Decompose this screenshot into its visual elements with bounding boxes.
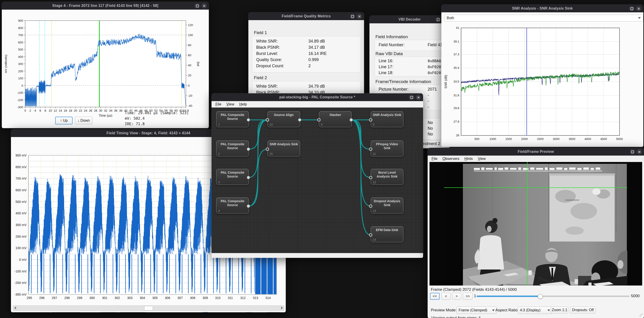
node-dropout-analysis-sink-13[interactable]: Dropout Analysis Sink13 bbox=[371, 197, 404, 213]
dropouts-button[interactable]: Dropouts: Off bbox=[570, 307, 596, 314]
scroll-right-icon[interactable] bbox=[281, 307, 283, 309]
node-editor-menubar: FileViewHelp bbox=[212, 101, 423, 108]
close-icon[interactable] bbox=[357, 14, 362, 19]
scrollbar-handle[interactable] bbox=[144, 306, 153, 311]
window-title: Field/Frame Preview bbox=[518, 150, 554, 154]
snr-chart[interactable]: 5001000150020002500300035004000450050004… bbox=[443, 24, 642, 145]
titlebar-quality[interactable]: Field/Frame Quality Metrics bbox=[248, 12, 364, 20]
preview-mode-combobox[interactable]: Frame (Clamped) bbox=[456, 307, 497, 314]
scroll-left-icon[interactable] bbox=[14, 307, 16, 309]
menu-help[interactable]: Help bbox=[237, 102, 249, 106]
maximize-icon[interactable] bbox=[194, 3, 200, 8]
slider-min-label: 1 bbox=[474, 294, 476, 298]
node-snr-analysis-sink-9[interactable]: SNR Analysis Sink9 bbox=[371, 111, 404, 127]
close-icon[interactable] bbox=[636, 6, 641, 11]
node-graph-canvas[interactable]: PAL Composite Source1PAL Composite Sourc… bbox=[212, 107, 423, 253]
close-icon[interactable] bbox=[202, 3, 207, 8]
svg-text:311: 311 bbox=[228, 296, 233, 300]
svg-text:0: 0 bbox=[24, 109, 26, 112]
status-value-1: No bbox=[428, 120, 433, 125]
menu-hints[interactable]: Hints bbox=[462, 157, 475, 161]
lines-minus-button[interactable]: - bbox=[202, 312, 209, 312]
svg-text:SNR (dB): SNR (dB) bbox=[444, 75, 448, 88]
nav-last-button[interactable]: >> bbox=[463, 293, 472, 300]
line-up-button[interactable]: ↑ Up bbox=[55, 117, 72, 124]
preview-mode-value: Frame (Clamped) bbox=[458, 308, 487, 312]
node-id: 10 bbox=[270, 123, 273, 126]
nav-next-button[interactable]: > bbox=[452, 293, 461, 300]
section-field-1: Field 1 bbox=[254, 30, 267, 35]
video-preview[interactable] bbox=[430, 162, 642, 286]
node-title: Source Align bbox=[268, 113, 300, 117]
menu-observers[interactable]: Observers bbox=[440, 157, 462, 161]
node-efm-data-sink-14[interactable]: EFM Data Sink14 bbox=[371, 226, 404, 242]
svg-text:31.6: 31.6 bbox=[454, 94, 459, 97]
maximize-icon[interactable] bbox=[409, 95, 414, 100]
jump-to-crosshairs-button[interactable]: Jump to Crosshairs bbox=[13, 312, 50, 312]
svg-text:4000: 4000 bbox=[584, 137, 591, 141]
maximize-icon[interactable] bbox=[350, 14, 355, 19]
svg-text:500: 500 bbox=[474, 137, 480, 141]
nav-prev-button[interactable]: < bbox=[442, 293, 450, 300]
node-title: PAL Composite Source bbox=[216, 199, 249, 207]
close-button[interactable]: Close bbox=[266, 312, 281, 312]
line-spinbox[interactable]: 1 bbox=[100, 312, 117, 312]
node-ffmpeg-video-sink-11[interactable]: FFmpeg Video Sink11 bbox=[371, 140, 404, 156]
set-crosshairs-button[interactable]: Set Crosshairs bbox=[51, 312, 81, 312]
svg-text:300 mV: 300 mV bbox=[16, 223, 27, 227]
metric-value: 34.89 dB bbox=[308, 39, 325, 44]
svg-text:3500: 3500 bbox=[569, 137, 575, 141]
maximize-icon[interactable] bbox=[629, 6, 634, 11]
window-frame-preview: Field/Frame Preview FileObserversHintsVi… bbox=[428, 148, 644, 318]
zoom-button[interactable]: Zoom 1:1 bbox=[551, 307, 568, 314]
menu-file[interactable]: File bbox=[213, 102, 224, 106]
video-frame-image bbox=[446, 162, 627, 286]
node-pal-composite-source-4[interactable]: PAL Composite Source4 bbox=[216, 197, 249, 213]
nav-first-button[interactable]: << bbox=[430, 293, 440, 300]
frame-slider-handle[interactable] bbox=[538, 294, 543, 299]
svg-text:33.5: 33.5 bbox=[454, 80, 459, 83]
close-icon[interactable] bbox=[637, 149, 642, 154]
lines-plus-button[interactable]: + bbox=[246, 312, 252, 312]
resize-grip[interactable] bbox=[640, 314, 643, 317]
svg-text:20: 20 bbox=[188, 74, 191, 77]
aspect-ratio-combobox[interactable]: 4:3 (Display) bbox=[518, 307, 552, 314]
menu-view[interactable]: View bbox=[475, 157, 488, 161]
node-source-align-10[interactable]: Source Align10 bbox=[268, 111, 300, 127]
maximize-icon[interactable] bbox=[630, 149, 635, 154]
menu-view[interactable]: View bbox=[224, 102, 237, 106]
menu-file[interactable]: File bbox=[429, 157, 440, 161]
close-icon[interactable] bbox=[416, 95, 421, 100]
timing-scrollbar[interactable] bbox=[13, 306, 284, 311]
svg-text:-200: -200 bbox=[17, 98, 23, 102]
metric-label: Black PSNR: bbox=[256, 45, 280, 50]
line-down-button[interactable]: ↓ Down bbox=[75, 117, 92, 124]
titlebar-snr[interactable]: SNR Analysis - SNR Analysis Sink bbox=[442, 4, 643, 12]
titlebar-line-scope[interactable]: Stage 4 - Frame 2072 line 117 (Field 414… bbox=[2, 2, 209, 9]
svg-text:4500: 4500 bbox=[600, 137, 607, 141]
svg-text:100 mV: 100 mV bbox=[16, 246, 27, 250]
jump-to-line-button[interactable]: Jump to Line bbox=[119, 312, 146, 312]
maximize-icon[interactable] bbox=[436, 17, 441, 22]
node-burst-level-analysis-sink-12[interactable]: Burst Level Analysis Sink12 bbox=[371, 169, 404, 185]
readout-ire: IRE: 71.8 bbox=[125, 122, 145, 126]
svg-text:Frame number: Frame number bbox=[530, 144, 551, 145]
snr-mode-combobox[interactable]: Both bbox=[444, 15, 643, 21]
svg-text:36: 36 bbox=[114, 109, 117, 112]
titlebar-node-editor[interactable]: pal-stacking-big - PAL Composite Source … bbox=[212, 93, 423, 101]
svg-text:100: 100 bbox=[18, 77, 23, 80]
titlebar-vbi[interactable]: VBI Decoder bbox=[370, 15, 450, 23]
status-value-3: No bbox=[428, 132, 433, 137]
node-stacker-5[interactable]: Stacker5 bbox=[319, 111, 352, 127]
titlebar-preview[interactable]: Field/Frame Preview bbox=[428, 148, 644, 156]
svg-text:298: 298 bbox=[64, 296, 70, 300]
scope-chart[interactable]: 9008007006005004003002001000-100-200-300… bbox=[3, 17, 208, 117]
svg-text:0: 0 bbox=[188, 84, 190, 87]
svg-text:2500: 2500 bbox=[537, 137, 544, 141]
node-pal-composite-source-1[interactable]: PAL Composite Source1 bbox=[216, 111, 249, 127]
node-pal-composite-source-3[interactable]: PAL Composite Source3 bbox=[216, 169, 249, 185]
node-pal-composite-source-2[interactable]: PAL Composite Source2 bbox=[216, 140, 249, 156]
node-snr-analysis-sink-15[interactable]: SNR Analysis Sink15 bbox=[268, 140, 300, 156]
node-editor-bottom-strip bbox=[212, 253, 423, 258]
metric-label: Burst Level: bbox=[256, 51, 278, 56]
